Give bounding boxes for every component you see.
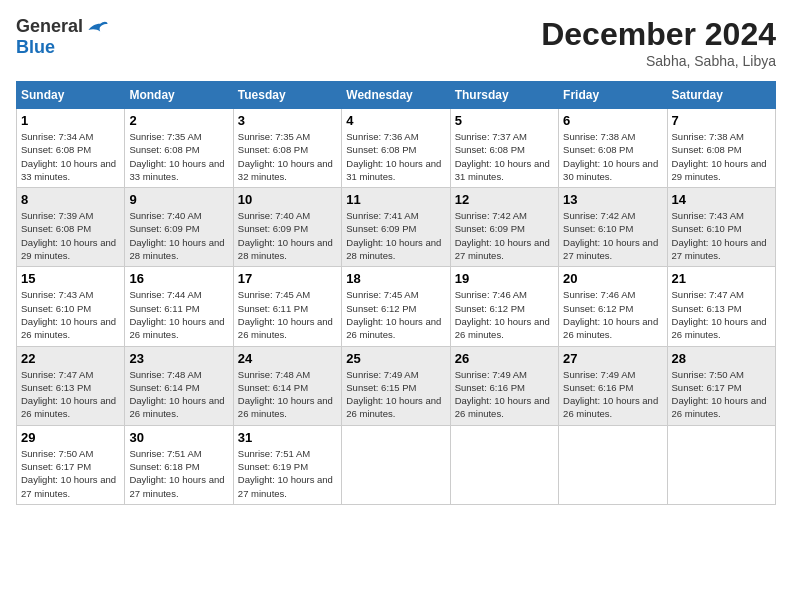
- calendar-week-5: 29Sunrise: 7:50 AMSunset: 6:17 PMDayligh…: [17, 425, 776, 504]
- day-number: 6: [563, 113, 662, 128]
- day-info: Sunrise: 7:47 AMSunset: 6:13 PMDaylight:…: [672, 289, 767, 340]
- calendar-table: SundayMondayTuesdayWednesdayThursdayFrid…: [16, 81, 776, 505]
- calendar-empty-cell: [667, 425, 775, 504]
- calendar-day-6: 6Sunrise: 7:38 AMSunset: 6:08 PMDaylight…: [559, 109, 667, 188]
- calendar-day-31: 31Sunrise: 7:51 AMSunset: 6:19 PMDayligh…: [233, 425, 341, 504]
- day-info: Sunrise: 7:46 AMSunset: 6:12 PMDaylight:…: [563, 289, 658, 340]
- day-number: 26: [455, 351, 554, 366]
- day-number: 22: [21, 351, 120, 366]
- day-number: 27: [563, 351, 662, 366]
- day-info: Sunrise: 7:43 AMSunset: 6:10 PMDaylight:…: [672, 210, 767, 261]
- calendar-header-saturday: Saturday: [667, 82, 775, 109]
- day-info: Sunrise: 7:46 AMSunset: 6:12 PMDaylight:…: [455, 289, 550, 340]
- calendar-header-wednesday: Wednesday: [342, 82, 450, 109]
- calendar-day-9: 9Sunrise: 7:40 AMSunset: 6:09 PMDaylight…: [125, 188, 233, 267]
- day-info: Sunrise: 7:50 AMSunset: 6:17 PMDaylight:…: [672, 369, 767, 420]
- day-info: Sunrise: 7:36 AMSunset: 6:08 PMDaylight:…: [346, 131, 441, 182]
- calendar-day-20: 20Sunrise: 7:46 AMSunset: 6:12 PMDayligh…: [559, 267, 667, 346]
- day-number: 25: [346, 351, 445, 366]
- day-number: 16: [129, 271, 228, 286]
- day-info: Sunrise: 7:51 AMSunset: 6:19 PMDaylight:…: [238, 448, 333, 499]
- calendar-week-3: 15Sunrise: 7:43 AMSunset: 6:10 PMDayligh…: [17, 267, 776, 346]
- calendar-header-thursday: Thursday: [450, 82, 558, 109]
- calendar-day-25: 25Sunrise: 7:49 AMSunset: 6:15 PMDayligh…: [342, 346, 450, 425]
- calendar-day-2: 2Sunrise: 7:35 AMSunset: 6:08 PMDaylight…: [125, 109, 233, 188]
- calendar-day-21: 21Sunrise: 7:47 AMSunset: 6:13 PMDayligh…: [667, 267, 775, 346]
- title-block: December 2024 Sabha, Sabha, Libya: [541, 16, 776, 69]
- day-number: 11: [346, 192, 445, 207]
- day-info: Sunrise: 7:48 AMSunset: 6:14 PMDaylight:…: [238, 369, 333, 420]
- day-number: 30: [129, 430, 228, 445]
- logo-general-text: General: [16, 16, 83, 37]
- day-number: 1: [21, 113, 120, 128]
- day-number: 21: [672, 271, 771, 286]
- day-number: 13: [563, 192, 662, 207]
- day-info: Sunrise: 7:50 AMSunset: 6:17 PMDaylight:…: [21, 448, 116, 499]
- calendar-day-30: 30Sunrise: 7:51 AMSunset: 6:18 PMDayligh…: [125, 425, 233, 504]
- day-info: Sunrise: 7:49 AMSunset: 6:16 PMDaylight:…: [455, 369, 550, 420]
- calendar-day-1: 1Sunrise: 7:34 AMSunset: 6:08 PMDaylight…: [17, 109, 125, 188]
- calendar-header-row: SundayMondayTuesdayWednesdayThursdayFrid…: [17, 82, 776, 109]
- day-number: 15: [21, 271, 120, 286]
- day-number: 2: [129, 113, 228, 128]
- calendar-day-24: 24Sunrise: 7:48 AMSunset: 6:14 PMDayligh…: [233, 346, 341, 425]
- day-number: 14: [672, 192, 771, 207]
- calendar-day-19: 19Sunrise: 7:46 AMSunset: 6:12 PMDayligh…: [450, 267, 558, 346]
- day-info: Sunrise: 7:35 AMSunset: 6:08 PMDaylight:…: [238, 131, 333, 182]
- calendar-day-22: 22Sunrise: 7:47 AMSunset: 6:13 PMDayligh…: [17, 346, 125, 425]
- calendar-day-26: 26Sunrise: 7:49 AMSunset: 6:16 PMDayligh…: [450, 346, 558, 425]
- calendar-day-12: 12Sunrise: 7:42 AMSunset: 6:09 PMDayligh…: [450, 188, 558, 267]
- calendar-day-27: 27Sunrise: 7:49 AMSunset: 6:16 PMDayligh…: [559, 346, 667, 425]
- day-info: Sunrise: 7:42 AMSunset: 6:10 PMDaylight:…: [563, 210, 658, 261]
- page-header: General Blue December 2024 Sabha, Sabha,…: [16, 16, 776, 69]
- day-number: 18: [346, 271, 445, 286]
- day-number: 24: [238, 351, 337, 366]
- calendar-day-17: 17Sunrise: 7:45 AMSunset: 6:11 PMDayligh…: [233, 267, 341, 346]
- month-title: December 2024: [541, 16, 776, 53]
- day-info: Sunrise: 7:40 AMSunset: 6:09 PMDaylight:…: [238, 210, 333, 261]
- day-info: Sunrise: 7:48 AMSunset: 6:14 PMDaylight:…: [129, 369, 224, 420]
- day-info: Sunrise: 7:38 AMSunset: 6:08 PMDaylight:…: [563, 131, 658, 182]
- day-info: Sunrise: 7:44 AMSunset: 6:11 PMDaylight:…: [129, 289, 224, 340]
- day-info: Sunrise: 7:37 AMSunset: 6:08 PMDaylight:…: [455, 131, 550, 182]
- day-number: 23: [129, 351, 228, 366]
- day-info: Sunrise: 7:51 AMSunset: 6:18 PMDaylight:…: [129, 448, 224, 499]
- day-number: 12: [455, 192, 554, 207]
- day-info: Sunrise: 7:45 AMSunset: 6:12 PMDaylight:…: [346, 289, 441, 340]
- day-number: 9: [129, 192, 228, 207]
- day-info: Sunrise: 7:39 AMSunset: 6:08 PMDaylight:…: [21, 210, 116, 261]
- day-info: Sunrise: 7:49 AMSunset: 6:15 PMDaylight:…: [346, 369, 441, 420]
- day-info: Sunrise: 7:38 AMSunset: 6:08 PMDaylight:…: [672, 131, 767, 182]
- logo-blue-text: Blue: [16, 37, 55, 58]
- day-number: 20: [563, 271, 662, 286]
- day-number: 29: [21, 430, 120, 445]
- logo-bird-icon: [87, 18, 109, 36]
- day-info: Sunrise: 7:49 AMSunset: 6:16 PMDaylight:…: [563, 369, 658, 420]
- calendar-day-3: 3Sunrise: 7:35 AMSunset: 6:08 PMDaylight…: [233, 109, 341, 188]
- day-number: 19: [455, 271, 554, 286]
- day-number: 31: [238, 430, 337, 445]
- calendar-empty-cell: [450, 425, 558, 504]
- calendar-day-4: 4Sunrise: 7:36 AMSunset: 6:08 PMDaylight…: [342, 109, 450, 188]
- calendar-day-14: 14Sunrise: 7:43 AMSunset: 6:10 PMDayligh…: [667, 188, 775, 267]
- day-info: Sunrise: 7:45 AMSunset: 6:11 PMDaylight:…: [238, 289, 333, 340]
- calendar-day-11: 11Sunrise: 7:41 AMSunset: 6:09 PMDayligh…: [342, 188, 450, 267]
- calendar-header-tuesday: Tuesday: [233, 82, 341, 109]
- calendar-week-4: 22Sunrise: 7:47 AMSunset: 6:13 PMDayligh…: [17, 346, 776, 425]
- calendar-empty-cell: [559, 425, 667, 504]
- day-number: 5: [455, 113, 554, 128]
- logo: General Blue: [16, 16, 109, 58]
- location-subtitle: Sabha, Sabha, Libya: [541, 53, 776, 69]
- day-number: 28: [672, 351, 771, 366]
- calendar-day-16: 16Sunrise: 7:44 AMSunset: 6:11 PMDayligh…: [125, 267, 233, 346]
- day-info: Sunrise: 7:40 AMSunset: 6:09 PMDaylight:…: [129, 210, 224, 261]
- calendar-day-13: 13Sunrise: 7:42 AMSunset: 6:10 PMDayligh…: [559, 188, 667, 267]
- day-info: Sunrise: 7:43 AMSunset: 6:10 PMDaylight:…: [21, 289, 116, 340]
- day-number: 7: [672, 113, 771, 128]
- calendar-day-7: 7Sunrise: 7:38 AMSunset: 6:08 PMDaylight…: [667, 109, 775, 188]
- calendar-header-monday: Monday: [125, 82, 233, 109]
- calendar-empty-cell: [342, 425, 450, 504]
- calendar-day-18: 18Sunrise: 7:45 AMSunset: 6:12 PMDayligh…: [342, 267, 450, 346]
- day-info: Sunrise: 7:34 AMSunset: 6:08 PMDaylight:…: [21, 131, 116, 182]
- calendar-header-friday: Friday: [559, 82, 667, 109]
